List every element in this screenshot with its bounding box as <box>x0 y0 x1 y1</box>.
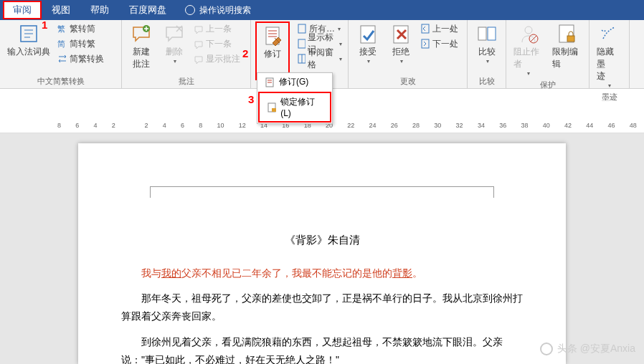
show-comments[interactable]: 显示批注 <box>192 52 242 66</box>
lock-icon <box>556 23 577 44</box>
watermark: 头条 @安夏Anxia <box>540 343 635 355</box>
tab-baidu[interactable]: 百度网盘 <box>119 1 176 19</box>
annotation-2: 2 <box>242 47 248 59</box>
block-icon <box>518 23 539 44</box>
new-comment-button[interactable]: 新建 批注 <box>126 21 156 72</box>
svg-rect-12 <box>422 39 429 48</box>
svg-rect-13 <box>478 27 486 40</box>
restrict-edit-button[interactable]: 限制编辑 <box>549 21 585 72</box>
hide-ink-button[interactable]: 隐藏墨 迹▾ <box>594 21 625 90</box>
svg-text:简: 简 <box>57 39 65 48</box>
convert-icon <box>57 54 67 64</box>
doc-icon <box>297 24 307 34</box>
tab-bar: 审阅 视图 帮助 百度网盘 操作说明搜索 <box>0 0 644 20</box>
track-dropdown: 修订(G) 锁定修订(L) <box>257 72 333 124</box>
tab-help[interactable]: 帮助 <box>80 1 119 19</box>
svg-text:繁: 繁 <box>57 24 65 33</box>
next-icon <box>194 39 204 49</box>
group-label: 墨迹 <box>594 90 625 104</box>
dd-track[interactable]: 修订(G) <box>257 73 332 91</box>
next-comment[interactable]: 下一条 <box>192 37 242 51</box>
doc-title: 《背影》朱自清 <box>121 234 523 247</box>
compare-button[interactable]: 比较▾ <box>472 21 502 66</box>
paragraph: 我与我的父亲不相见已二年余了，我最不能忘记的是他的背影。 <box>121 264 523 282</box>
svg-rect-9 <box>361 26 375 43</box>
next-change[interactable]: 下一处 <box>419 37 460 51</box>
reject-button[interactable]: 拒绝▾ <box>386 21 416 66</box>
track-changes-highlight: 修订▾ <box>255 21 290 80</box>
tell-me-search[interactable]: 操作说明搜索 <box>185 4 251 16</box>
compare-icon <box>476 23 498 44</box>
page-break-marker <box>150 186 494 198</box>
tab-review[interactable]: 审阅 <box>3 1 42 19</box>
svg-rect-22 <box>272 108 276 112</box>
comment-icon <box>131 23 152 44</box>
simp-trad-convert[interactable]: 简繁转换 <box>56 52 105 66</box>
group-label: 比较 <box>472 75 501 88</box>
group-label: 中文简繁转换 <box>4 75 117 88</box>
annotation-1: 1 <box>42 19 47 31</box>
prev-change[interactable]: 上一处 <box>419 21 460 36</box>
svg-rect-6 <box>298 39 306 48</box>
svg-rect-14 <box>488 27 496 40</box>
markup-icon <box>297 39 306 49</box>
svg-rect-5 <box>298 24 306 33</box>
prev-icon <box>194 24 204 34</box>
review-pane[interactable]: 审阅窗格▾ <box>295 52 344 66</box>
simp-to-trad[interactable]: 简简转繁 <box>56 37 105 51</box>
svg-point-15 <box>525 27 532 34</box>
track-changes-button[interactable]: 修订▾ <box>257 24 288 78</box>
annotation-3: 3 <box>248 93 254 105</box>
watermark-icon <box>540 343 553 355</box>
trad-to-simp[interactable]: 繁繁转简 <box>56 21 105 36</box>
accept-icon <box>357 23 379 44</box>
prev-icon <box>420 24 430 34</box>
next-icon <box>420 39 430 49</box>
group-label: 保护 <box>511 78 584 92</box>
accept-button[interactable]: 接受▾ <box>353 21 383 66</box>
group-label: 更改 <box>353 75 463 88</box>
dd-lock-track[interactable]: 锁定修订(L) <box>258 92 331 123</box>
track-icon <box>262 25 283 47</box>
show-icon <box>194 54 204 64</box>
pane-icon <box>297 54 306 64</box>
delete-comment-button[interactable]: 删除▾ <box>159 21 189 66</box>
prev-comment[interactable]: 上一条 <box>192 21 242 36</box>
dict-icon <box>18 23 39 44</box>
ink-icon <box>599 23 620 44</box>
delete-icon <box>164 23 185 44</box>
track-icon <box>265 77 275 87</box>
page-area: 《背影》朱自清 我与我的父亲不相见已二年余了，我最不能忘记的是他的背影。 那年冬… <box>0 133 644 364</box>
paragraph: 那年冬天，祖母死了，父亲的差使也交卸了，正是祸不单行的日子。我从北京到徐州打算跟… <box>121 289 523 325</box>
convert-icon: 繁 <box>57 24 67 34</box>
paragraph: 到徐州见着父亲，看见满院狼藉的东西，又想起祖母，不禁簌簌地流下眼泪。父亲说："事… <box>121 333 523 364</box>
lock-track-icon <box>267 102 276 112</box>
tab-view[interactable]: 视图 <box>42 1 80 19</box>
page: 《背影》朱自清 我与我的父亲不相见已二年余了，我最不能忘记的是他的背影。 那年冬… <box>78 143 566 364</box>
reject-icon <box>390 23 412 44</box>
bulb-icon <box>185 5 195 15</box>
convert-icon: 简 <box>57 39 67 49</box>
group-label: 批注 <box>126 75 246 88</box>
svg-rect-19 <box>567 36 574 42</box>
block-authors-button[interactable]: 阻止作者▾ <box>511 21 546 78</box>
